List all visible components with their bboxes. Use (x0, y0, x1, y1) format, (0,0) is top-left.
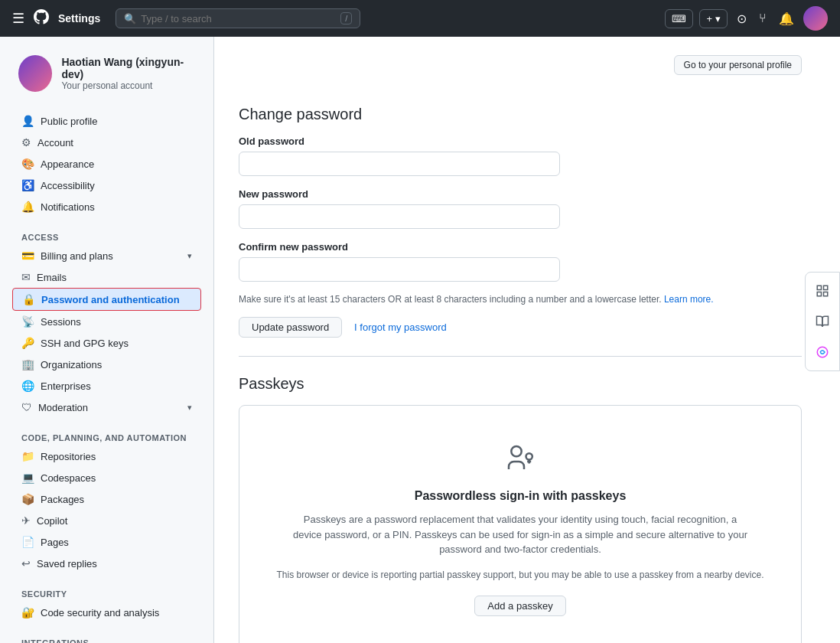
sidebar-section-label: Integrations (12, 629, 201, 643)
account-icon: ⚙ (21, 136, 31, 149)
sidebar-item-ssh-gpg[interactable]: 🔑 SSH and GPG keys (12, 332, 201, 354)
sidebar-subtitle: Your personal account (61, 80, 195, 91)
sidebar-item-billing[interactable]: 💳 Billing and plans▾ (12, 245, 201, 266)
appearance-icon: 🎨 (21, 158, 34, 170)
copilot-icon: ✈ (21, 514, 31, 527)
sidebar-item-account[interactable]: ⚙ Account (12, 132, 201, 153)
forgot-password-link[interactable]: I forgot my password (354, 322, 447, 333)
chevron-icon: ▾ (187, 251, 192, 261)
user-avatar[interactable] (803, 6, 828, 31)
password-auth-icon: 🔒 (22, 293, 35, 305)
main-content: Go to your personal profile Change passw… (214, 37, 826, 643)
sidebar-item-organizations[interactable]: 🏢 Organizations (12, 354, 201, 375)
sidebar-item-label: Codespaces (41, 472, 96, 484)
confirm-password-input[interactable] (239, 257, 560, 282)
confirm-password-group: Confirm new password (239, 241, 802, 282)
sidebar-main-nav: 👤 Public profile⚙ Account🎨 Appearance♿ A… (12, 110, 201, 217)
moderation-icon: 🛡 (21, 401, 32, 413)
clock-icon: ⊙ (737, 12, 747, 25)
codespaces-icon: 💻 (21, 472, 34, 484)
sessions-icon: 📡 (21, 315, 34, 328)
sidebar-section-label: Security (12, 580, 201, 602)
sidebar-item-label: Password and authentication (41, 294, 180, 305)
password-actions: Update password I forgot my password (239, 317, 802, 338)
divider-1 (239, 356, 802, 357)
chevron-down-icon: ▾ (715, 13, 721, 24)
ssh-gpg-icon: 🔑 (21, 337, 34, 349)
right-panel-icon-1[interactable] (810, 279, 835, 303)
sidebar-item-enterprises[interactable]: 🌐 Enterprises (12, 375, 201, 397)
sidebar-item-emails[interactable]: ✉ Emails (12, 266, 201, 288)
sidebar-item-appearance[interactable]: 🎨 Appearance (12, 153, 201, 175)
sidebar-item-sessions[interactable]: 📡 Sessions (12, 311, 201, 332)
change-password-title: Change password (239, 106, 802, 123)
old-password-group: Old password (239, 135, 802, 176)
goto-profile-button[interactable]: Go to your personal profile (674, 55, 802, 75)
learn-more-link[interactable]: Learn more. (664, 294, 714, 305)
topnav-title: Settings (58, 12, 100, 24)
sidebar-item-repositories[interactable]: 📁 Repositories (12, 446, 201, 467)
sidebar-item-public-profile[interactable]: 👤 Public profile (12, 110, 201, 132)
sidebar-section-label: Code, planning, and automation (12, 424, 201, 446)
sidebar-item-codespaces[interactable]: 💻 Codespaces (12, 467, 201, 488)
sidebar-item-accessibility[interactable]: ♿ Accessibility (12, 175, 201, 196)
topnav-actions: ⌨ + ▾ ⊙ ⑂ 🔔 (665, 6, 828, 31)
pages-icon: 📄 (21, 536, 34, 548)
notifications-icon: 🔔 (21, 201, 34, 213)
search-kbd: / (340, 12, 352, 24)
sidebar-item-code-security[interactable]: 🔐 Code security and analysis (12, 602, 201, 623)
passkeys-icon (258, 442, 783, 480)
new-password-input[interactable] (239, 204, 560, 229)
saved-replies-icon: ↩ (21, 557, 31, 570)
svg-rect-4 (817, 292, 821, 296)
search-input[interactable] (141, 13, 336, 24)
bell-icon: 🔔 (779, 12, 794, 25)
hamburger-menu[interactable]: ☰ (12, 10, 24, 27)
sidebar-item-pages[interactable]: 📄 Pages (12, 531, 201, 553)
notifications-button[interactable]: 🔔 (776, 8, 797, 29)
sidebar-item-label: Moderation (38, 402, 88, 413)
new-button[interactable]: + ▾ (699, 9, 728, 28)
right-panel-icon-3[interactable] (810, 340, 835, 364)
sidebar-item-label: Pages (41, 537, 69, 548)
code-security-icon: 🔐 (21, 606, 34, 619)
new-password-group: New password (239, 188, 802, 229)
sidebar-item-label: SSH and GPG keys (41, 338, 129, 349)
sidebar-item-notifications[interactable]: 🔔 Notifications (12, 196, 201, 217)
emails-icon: ✉ (21, 271, 31, 283)
update-password-button[interactable]: Update password (239, 317, 342, 338)
sidebar-item-label: Public profile (41, 116, 97, 127)
public-profile-icon: 👤 (21, 115, 34, 127)
page-header: Go to your personal profile (239, 55, 802, 87)
search-bar[interactable]: 🔍 / (116, 8, 360, 28)
terminal-button[interactable]: ⌨ (665, 9, 693, 28)
github-logo[interactable] (34, 9, 49, 28)
sidebar-item-label: Organizations (41, 359, 102, 370)
search-icon: 🔍 (124, 13, 136, 24)
passkeys-card-notice: This browser or device is reporting part… (258, 570, 783, 580)
sidebar-section-label: Access (12, 224, 201, 245)
accessibility-icon: ♿ (21, 179, 34, 191)
confirm-password-label: Confirm new password (239, 241, 802, 253)
old-password-input[interactable] (239, 152, 560, 176)
sidebar-item-password-auth[interactable]: 🔒 Password and authentication (12, 288, 201, 311)
sidebar-item-label: Code security and analysis (41, 607, 159, 619)
sidebar-item-copilot[interactable]: ✈ Copilot (12, 510, 201, 531)
sidebar-item-label: Account (37, 137, 73, 149)
sidebar-item-packages[interactable]: 📦 Packages (12, 488, 201, 510)
svg-point-1 (526, 453, 532, 459)
clock-button[interactable]: ⊙ (734, 8, 750, 29)
pull-request-button[interactable]: ⑂ (756, 8, 770, 28)
topnav: ☰ Settings 🔍 / ⌨ + ▾ ⊙ ⑂ 🔔 (0, 0, 840, 37)
right-panel-icon-2[interactable] (810, 309, 835, 334)
sidebar-item-saved-replies[interactable]: ↩ Saved replies (12, 553, 201, 574)
sidebar-item-label: Enterprises (41, 380, 91, 392)
sidebar-avatar (18, 55, 52, 92)
svg-rect-3 (824, 286, 828, 289)
add-passkey-button[interactable]: Add a passkey (474, 596, 565, 616)
billing-icon: 💳 (21, 250, 34, 262)
svg-point-6 (817, 347, 828, 357)
password-hint: Make sure it's at least 15 characters OR… (239, 294, 802, 305)
sidebar-sections: Access💳 Billing and plans▾✉ Emails🔒 Pass… (12, 224, 201, 643)
sidebar-item-moderation[interactable]: 🛡 Moderation▾ (12, 397, 201, 418)
